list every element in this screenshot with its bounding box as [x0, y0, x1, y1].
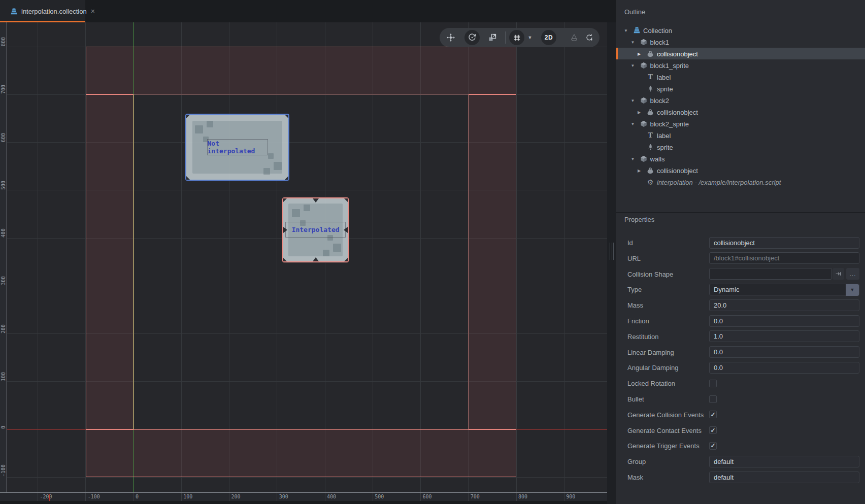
restitution-field[interactable]: 1.0 — [709, 330, 859, 342]
property-label: Generate Contact Events — [627, 426, 702, 434]
tree-expand-arrow[interactable]: ▼ — [631, 40, 635, 44]
mask-field[interactable]: default — [709, 472, 859, 483]
block2-deco-square — [304, 205, 310, 211]
outline-node-Collection[interactable]: ▼Collection — [616, 24, 865, 36]
ruler-tick — [373, 493, 373, 501]
scene-view-toolbar: ▼2D — [440, 28, 600, 47]
ruler-label: 200 — [0, 313, 7, 333]
outline-node-label: collisionobject — [657, 50, 698, 57]
close-icon[interactable]: × — [91, 8, 95, 15]
block2-edge-handle[interactable] — [313, 257, 319, 261]
perspective-toggle-button[interactable] — [570, 33, 579, 42]
tree-expand-arrow[interactable]: ▼ — [631, 63, 635, 68]
friction-field[interactable]: 0.0 — [709, 315, 859, 327]
outline-node-label: Collection — [643, 26, 672, 34]
property-row-generate-trigger-events: Generate Trigger Events✓ — [616, 440, 865, 452]
type-dropdown-arrow[interactable]: ▼ — [846, 284, 859, 296]
ruler-label: 0 — [0, 409, 7, 429]
outline-node-collisionobject[interactable]: ▶collisionobject — [616, 106, 865, 118]
sprite-icon — [646, 85, 654, 93]
outline-node-sprite[interactable]: sprite — [616, 83, 865, 94]
outline-node-label[interactable]: Tlabel — [616, 129, 865, 141]
property-row-mass: Mass20.0 — [616, 299, 865, 311]
tree-expand-arrow[interactable]: ▼ — [624, 28, 628, 32]
chevron-down-icon: ▼ — [528, 35, 533, 40]
outline-node-label: block2 — [650, 96, 670, 104]
tab-interpolation-collection[interactable]: interpolation.collection × — [0, 0, 85, 22]
generate-collision-events-checkbox-checked[interactable]: ✓ — [709, 411, 717, 418]
property-label: Collision Shape — [627, 270, 673, 278]
generate-contact-events-checkbox-checked[interactable]: ✓ — [709, 426, 717, 434]
block1[interactable]: Not interpolated — [185, 114, 289, 181]
block2-label-box: Interpolated — [285, 222, 346, 238]
outline-node-walls[interactable]: ▼walls — [616, 153, 865, 164]
tree-expand-arrow[interactable]: ▼ — [631, 98, 635, 103]
collision-shape-jump-button[interactable] — [833, 268, 844, 280]
block2[interactable]: Interpolated — [282, 197, 349, 262]
outline-node-label[interactable]: Tlabel — [616, 71, 865, 83]
block1-label-box: Not interpolated — [207, 139, 268, 155]
locked-rotation-checkbox[interactable] — [709, 380, 717, 387]
tree-expand-arrow[interactable]: ▼ — [631, 156, 635, 161]
collision-shape-browse-button[interactable]: ... — [846, 268, 859, 280]
url-field[interactable]: /block1#collisionobject — [709, 252, 859, 264]
outline-node-block2_sprite[interactable]: ▼block2_sprite — [616, 118, 865, 129]
bullet-checkbox[interactable] — [709, 395, 717, 403]
mass-field[interactable]: 20.0 — [709, 299, 859, 311]
refresh-camera-button[interactable] — [585, 33, 594, 42]
outline-node-block1[interactable]: ▼block1 — [616, 36, 865, 48]
block2-corner-handle[interactable] — [283, 198, 287, 202]
panel-resize-grip[interactable] — [610, 243, 614, 260]
grid-menu-caret[interactable]: ▼ — [528, 35, 533, 40]
vertical-ruler: 8007006005004003002001000-100 — [0, 22, 7, 492]
outline-node-block1_sprite[interactable]: ▼block1_sprite — [616, 59, 865, 71]
tree-collapse-arrow[interactable]: ▶ — [638, 51, 641, 56]
type-select[interactable]: Dynamic▼ — [709, 284, 859, 295]
outline-node-block2[interactable]: ▼block2 — [616, 94, 865, 106]
scene-canvas[interactable]: Not interpolatedInterpolated▼2D — [7, 22, 607, 492]
gameobject-icon — [640, 155, 648, 163]
ruler-label: 300 — [279, 494, 288, 499]
wall-left-outline — [86, 94, 134, 429]
ruler-label: -100 — [0, 456, 7, 477]
toolbar-separator — [505, 31, 506, 44]
panel-resize-gutter[interactable] — [607, 22, 616, 504]
rotate-tool-button[interactable] — [464, 30, 480, 45]
outline-node-collisionobject[interactable]: ▶collisionobject — [616, 164, 865, 176]
property-row-type: TypeDynamic▼ — [616, 284, 865, 295]
grid-toggle-button[interactable] — [509, 30, 524, 45]
block1-corner-handle[interactable] — [285, 115, 288, 118]
angular-damping-field[interactable]: 0.0 — [709, 362, 859, 374]
block2-corner-handle[interactable] — [283, 258, 287, 261]
outline-node-collisionobject[interactable]: ▶collisionobject — [616, 48, 865, 59]
outline-node-sprite[interactable]: sprite — [616, 141, 865, 153]
ruler-label: 200 — [231, 494, 241, 499]
outline-node-interpolation[interactable]: ⚙interpolation - /example/interpolation.… — [616, 176, 865, 188]
tree-collapse-arrow[interactable]: ▶ — [638, 110, 641, 114]
scale-tool-button[interactable] — [488, 33, 497, 42]
block1-corner-handle[interactable] — [285, 176, 288, 180]
move-tool-button[interactable] — [446, 33, 455, 42]
tree-collapse-arrow[interactable]: ▶ — [638, 168, 641, 173]
property-label: Friction — [627, 317, 649, 325]
block1-corner-handle[interactable] — [186, 115, 190, 118]
refresh-icon — [585, 33, 594, 42]
property-label: Mask — [627, 474, 643, 481]
linear-damping-field[interactable]: 0.0 — [709, 346, 859, 358]
group-field[interactable]: default — [709, 456, 859, 467]
block2-edge-handle[interactable] — [344, 227, 348, 233]
block2-corner-handle[interactable] — [344, 198, 348, 202]
id-field[interactable]: collisionobject — [709, 237, 859, 249]
ruler-tick — [134, 493, 134, 501]
collision-shape-field[interactable] — [709, 268, 832, 280]
generate-trigger-events-checkbox-checked[interactable]: ✓ — [709, 442, 717, 450]
block2-corner-handle[interactable] — [344, 258, 348, 261]
view-mode-2d-button[interactable]: 2D — [541, 30, 556, 45]
tree-expand-arrow[interactable]: ▼ — [631, 121, 635, 126]
block2-edge-handle[interactable] — [313, 198, 319, 203]
block2-edge-handle[interactable] — [283, 227, 287, 233]
ruler-label: 600 — [423, 494, 432, 499]
selection-bar — [616, 48, 618, 59]
block1-corner-handle[interactable] — [186, 176, 190, 180]
defold-editor-window: interpolation.collection × 8007006005004… — [0, 0, 865, 504]
